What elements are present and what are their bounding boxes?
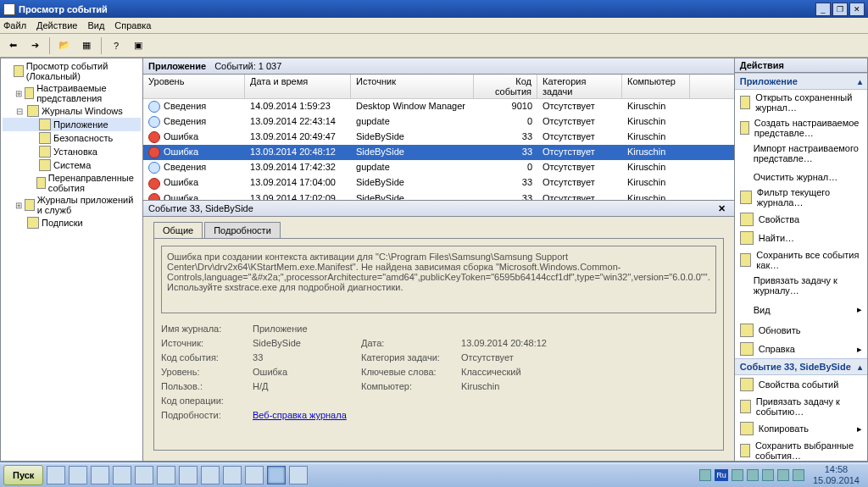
language-indicator[interactable]: Ru	[715, 469, 728, 481]
table-row[interactable]: Ошибка13.09.2014 20:49:47SideBySide33Отс…	[143, 130, 734, 145]
action-create-custom-view[interactable]: Создать настраиваемое представле…	[735, 115, 867, 141]
col-source[interactable]: Источник	[351, 75, 474, 98]
tree-windows-logs[interactable]: ⊟Журналы Windows	[3, 104, 141, 118]
tree-subscriptions[interactable]: Подписки	[3, 216, 141, 230]
table-row[interactable]: Сведения13.09.2014 17:42:32gupdate0Отсут…	[143, 160, 734, 175]
col-datetime[interactable]: Дата и время	[245, 75, 351, 98]
taskbar-app-7[interactable]	[179, 466, 198, 484]
tray-icon-1[interactable]	[699, 469, 711, 481]
tray-icon-2[interactable]	[732, 469, 743, 481]
taskbar-app-1[interactable]	[47, 466, 65, 484]
table-row[interactable]: Ошибка13.09.2014 20:48:12SideBySide33Отс…	[143, 145, 734, 160]
help-button[interactable]: ?	[107, 36, 125, 55]
tray-icon-5[interactable]	[777, 469, 789, 481]
menu-view[interactable]: Вид	[87, 20, 104, 30]
detail-body: Ошибка при создании контекста активации …	[153, 238, 724, 451]
taskbar-app-3[interactable]	[91, 466, 109, 484]
action-open-saved-log[interactable]: Открыть сохраненный журнал…	[735, 90, 867, 115]
tree-system[interactable]: Система	[3, 158, 141, 172]
val-computer: Kiruschin	[461, 381, 588, 391]
show-tree-button[interactable]: 📂	[55, 36, 74, 55]
menu-action[interactable]: Действие	[36, 20, 77, 30]
tree-setup[interactable]: Установка	[3, 145, 141, 158]
tree-label: Настраиваемые представления	[36, 83, 141, 103]
taskbar-app-6[interactable]	[157, 466, 175, 484]
search-icon	[740, 231, 754, 245]
taskbar-app-8[interactable]	[201, 466, 220, 484]
tree-custom-views[interactable]: ⊞Настраиваемые представления	[3, 82, 141, 104]
event-grid[interactable]: Уровень Дата и время Источник Код событи…	[143, 75, 734, 200]
tree-root[interactable]: Просмотр событий (Локальный)	[3, 60, 141, 82]
val-event-id: 33	[253, 352, 354, 362]
action-refresh[interactable]: Обновить	[735, 321, 867, 340]
tab-details[interactable]: Подробности	[204, 222, 281, 238]
minimize-button[interactable]: _	[815, 3, 831, 16]
actions-pane: Действия Приложение▴ Открыть сохраненный…	[734, 58, 868, 462]
action-event-properties[interactable]: Свойства событий	[735, 375, 867, 394]
detail-close-button[interactable]: ✕	[715, 203, 729, 214]
tray-icon-3[interactable]	[747, 469, 759, 481]
taskbar-app-12[interactable]	[289, 466, 308, 484]
action-save-selected[interactable]: Сохранить выбранные события…	[735, 438, 867, 463]
action-clear-log[interactable]: Очистить журнал…	[735, 169, 867, 185]
table-row[interactable]: Сведения14.09.2014 1:59:23Desktop Window…	[143, 99, 734, 114]
start-button[interactable]: Пуск	[3, 465, 43, 485]
tree-label: Перенаправленные события	[48, 173, 141, 193]
close-button[interactable]: ✕	[849, 3, 865, 16]
table-row[interactable]: Ошибка13.09.2014 17:02:09SideBySide33Отс…	[143, 191, 734, 200]
refresh-button[interactable]: ▣	[129, 36, 147, 55]
col-computer[interactable]: Компьютер	[622, 75, 690, 98]
back-button[interactable]: ⬅	[3, 36, 22, 55]
action-copy[interactable]: Копировать▸	[735, 419, 867, 438]
clock[interactable]: 14:58 15.09.2014	[808, 464, 865, 486]
event-description[interactable]: Ошибка при создании контекста активации …	[161, 246, 716, 313]
action-filter-current[interactable]: Фильтр текущего журнала…	[735, 185, 867, 210]
action-import-custom-view[interactable]: Импорт настраиваемого представле…	[735, 141, 867, 166]
taskbar-app-4[interactable]	[113, 466, 131, 484]
tab-general[interactable]: Общие	[153, 222, 203, 238]
forward-button[interactable]: ➔	[25, 36, 44, 55]
nav-tree[interactable]: Просмотр событий (Локальный) ⊞Настраивае…	[0, 58, 143, 462]
action-properties[interactable]: Свойства	[735, 210, 867, 229]
col-category[interactable]: Категория задачи	[537, 75, 622, 98]
error-icon	[148, 131, 160, 143]
table-row[interactable]: Сведения13.09.2014 22:43:14gupdate0Отсут…	[143, 114, 734, 130]
taskbar-app-10[interactable]	[245, 466, 264, 484]
log-name: Приложение	[148, 61, 206, 71]
action-view[interactable]: Вид▸	[735, 302, 867, 318]
actions-section-app[interactable]: Приложение▴	[735, 73, 867, 90]
col-level[interactable]: Уровень	[143, 75, 245, 98]
tray-icon-6[interactable]	[793, 469, 804, 481]
table-row[interactable]: Ошибка13.09.2014 17:04:00SideBySide33Отс…	[143, 175, 734, 191]
help-icon	[740, 342, 754, 356]
taskbar-app-9[interactable]	[223, 466, 242, 484]
taskbar[interactable]: Пуск Ru 14:58 15.09.2014	[0, 462, 868, 487]
action-help[interactable]: Справка▸	[735, 340, 867, 358]
tree-forwarded[interactable]: Перенаправленные события	[3, 172, 141, 194]
properties-button[interactable]: ▦	[77, 36, 96, 55]
save-icon	[740, 253, 752, 267]
taskbar-app-5[interactable]	[135, 466, 153, 484]
info-icon	[148, 116, 160, 128]
action-save-all[interactable]: Сохранить все события как…	[735, 247, 867, 273]
tree-security[interactable]: Безопасность	[3, 131, 141, 145]
menu-help[interactable]: Справка	[114, 20, 151, 30]
web-help-link[interactable]: Веб-справка журнала	[253, 410, 347, 420]
maximize-button[interactable]: ❐	[832, 3, 848, 16]
tree-label: Журналы приложений и служб	[37, 195, 141, 215]
chevron-right-icon: ▸	[857, 304, 862, 315]
action-attach-task-event[interactable]: Привязать задачу к событию…	[735, 394, 867, 419]
tray-icon-4[interactable]	[762, 469, 774, 481]
chevron-right-icon: ▸	[857, 344, 862, 355]
menu-file[interactable]: Файл	[3, 20, 26, 30]
actions-section-event[interactable]: Событие 33, SideBySide▴	[735, 358, 867, 375]
properties-icon	[740, 378, 754, 391]
col-event-id[interactable]: Код события	[474, 75, 537, 98]
tree-app-services[interactable]: ⊞Журналы приложений и служб	[3, 194, 141, 216]
tree-application[interactable]: Приложение	[3, 118, 141, 131]
taskbar-app-11[interactable]	[267, 466, 286, 484]
action-attach-task-log[interactable]: Привязать задачу к журналу…	[735, 273, 867, 298]
taskbar-app-2[interactable]	[69, 466, 87, 484]
action-find[interactable]: Найти…	[735, 229, 867, 247]
chevron-up-icon: ▴	[858, 77, 862, 86]
